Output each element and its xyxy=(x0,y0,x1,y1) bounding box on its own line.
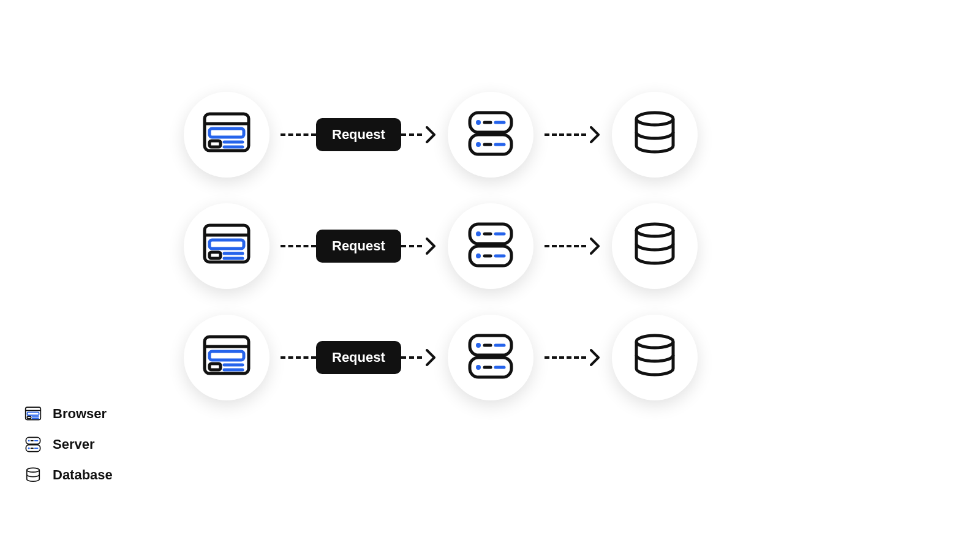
legend: Browser Server Database xyxy=(24,405,113,484)
server-node xyxy=(448,92,533,178)
flow-row: Request xyxy=(184,92,698,178)
legend-label: Server xyxy=(53,437,95,452)
arrow-browser-to-server: Request xyxy=(270,341,437,374)
browser-icon xyxy=(202,333,251,382)
browser-icon xyxy=(202,110,251,159)
arrowhead-icon xyxy=(590,238,601,255)
legend-item-server: Server xyxy=(24,436,113,453)
legend-item-database: Database xyxy=(24,467,113,484)
flow-rows: Request xyxy=(184,92,698,400)
request-badge: Request xyxy=(316,118,401,151)
request-badge: Request xyxy=(316,230,401,263)
database-node xyxy=(612,203,698,289)
arrowhead-icon xyxy=(426,238,437,255)
database-icon xyxy=(630,333,679,382)
database-node xyxy=(612,315,698,400)
legend-item-browser: Browser xyxy=(24,405,113,422)
arrow-browser-to-server: Request xyxy=(270,230,437,263)
server-icon xyxy=(466,222,515,271)
server-icon xyxy=(466,333,515,382)
server-icon xyxy=(466,110,515,159)
arrowhead-icon xyxy=(426,126,437,143)
request-badge: Request xyxy=(316,341,401,374)
server-node xyxy=(448,203,533,289)
arrowhead-icon xyxy=(590,349,601,366)
arrowhead-icon xyxy=(590,126,601,143)
arrowhead-icon xyxy=(426,349,437,366)
browser-node xyxy=(184,92,270,178)
browser-icon xyxy=(202,222,251,271)
arrow-server-to-database xyxy=(533,126,601,143)
browser-node xyxy=(184,203,270,289)
database-icon xyxy=(630,110,679,159)
flow-row: Request xyxy=(184,315,698,400)
flow-row: Request xyxy=(184,203,698,289)
browser-icon xyxy=(24,405,42,422)
arrow-server-to-database xyxy=(533,238,601,255)
database-node xyxy=(612,92,698,178)
server-node xyxy=(448,315,533,400)
database-icon xyxy=(24,467,42,484)
server-icon xyxy=(24,436,42,453)
arrow-server-to-database xyxy=(533,349,601,366)
browser-node xyxy=(184,315,270,400)
arrow-browser-to-server: Request xyxy=(270,118,437,151)
database-icon xyxy=(630,222,679,271)
legend-label: Browser xyxy=(53,406,107,422)
legend-label: Database xyxy=(53,467,113,483)
